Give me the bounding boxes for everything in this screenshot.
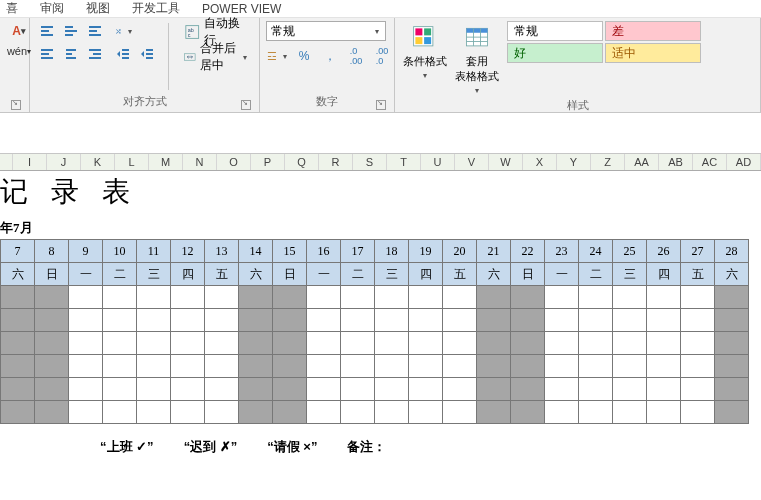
- attendance-cell[interactable]: [545, 286, 579, 309]
- increase-decimal-button[interactable]: .0.00: [344, 45, 368, 67]
- attendance-cell[interactable]: [307, 286, 341, 309]
- attendance-cell[interactable]: [307, 355, 341, 378]
- attendance-cell[interactable]: [273, 286, 307, 309]
- decrease-indent-button[interactable]: [112, 44, 134, 64]
- attendance-cell[interactable]: [715, 309, 749, 332]
- attendance-cell[interactable]: [375, 401, 409, 424]
- attendance-cell[interactable]: [205, 355, 239, 378]
- attendance-cell[interactable]: [579, 286, 613, 309]
- attendance-cell[interactable]: [35, 378, 69, 401]
- column-header[interactable]: R: [319, 154, 353, 170]
- attendance-cell[interactable]: [273, 401, 307, 424]
- attendance-cell[interactable]: [443, 286, 477, 309]
- attendance-cell[interactable]: [613, 286, 647, 309]
- font-color-button[interactable]: A▾: [6, 21, 32, 41]
- attendance-cell[interactable]: [681, 309, 715, 332]
- attendance-cell[interactable]: [443, 309, 477, 332]
- column-header[interactable]: V: [455, 154, 489, 170]
- attendance-cell[interactable]: [511, 309, 545, 332]
- column-header[interactable]: Z: [591, 154, 625, 170]
- attendance-cell[interactable]: [307, 332, 341, 355]
- attendance-cell[interactable]: [103, 355, 137, 378]
- attendance-cell[interactable]: [307, 401, 341, 424]
- attendance-cell[interactable]: [613, 309, 647, 332]
- worksheet[interactable]: 记 录 表 年7月 789101112131415161718192021222…: [0, 171, 761, 456]
- attendance-cell[interactable]: [103, 309, 137, 332]
- attendance-cell[interactable]: [35, 355, 69, 378]
- attendance-cell[interactable]: [341, 401, 375, 424]
- attendance-cell[interactable]: [1, 332, 35, 355]
- column-header[interactable]: Y: [557, 154, 591, 170]
- dialog-launcher[interactable]: [241, 100, 251, 110]
- column-header[interactable]: L: [115, 154, 149, 170]
- attendance-cell[interactable]: [579, 332, 613, 355]
- attendance-cell[interactable]: [137, 286, 171, 309]
- align-top-button[interactable]: [36, 21, 58, 41]
- attendance-cell[interactable]: [205, 378, 239, 401]
- dialog-launcher[interactable]: [376, 100, 386, 110]
- attendance-cell[interactable]: [1, 401, 35, 424]
- attendance-cell[interactable]: [341, 332, 375, 355]
- attendance-cell[interactable]: [477, 332, 511, 355]
- attendance-cell[interactable]: [137, 378, 171, 401]
- attendance-cell[interactable]: [103, 378, 137, 401]
- attendance-cell[interactable]: [137, 401, 171, 424]
- column-header[interactable]: I: [13, 154, 47, 170]
- attendance-cell[interactable]: [341, 378, 375, 401]
- attendance-cell[interactable]: [205, 286, 239, 309]
- attendance-cell[interactable]: [307, 309, 341, 332]
- attendance-cell[interactable]: [375, 378, 409, 401]
- column-header[interactable]: T: [387, 154, 421, 170]
- attendance-cell[interactable]: [477, 286, 511, 309]
- align-right-button[interactable]: [84, 44, 106, 64]
- attendance-cell[interactable]: [477, 401, 511, 424]
- attendance-cell[interactable]: [35, 401, 69, 424]
- attendance-cell[interactable]: [171, 378, 205, 401]
- attendance-cell[interactable]: [1, 286, 35, 309]
- attendance-cell[interactable]: [511, 378, 545, 401]
- attendance-cell[interactable]: [511, 332, 545, 355]
- attendance-cell[interactable]: [613, 401, 647, 424]
- accounting-format-button[interactable]: ☲▾: [266, 45, 290, 67]
- attendance-cell[interactable]: [375, 286, 409, 309]
- attendance-cell[interactable]: [69, 309, 103, 332]
- attendance-cell[interactable]: [409, 355, 443, 378]
- dialog-launcher[interactable]: [11, 100, 21, 110]
- attendance-cell[interactable]: [613, 378, 647, 401]
- attendance-cell[interactable]: [171, 309, 205, 332]
- attendance-cell[interactable]: [409, 286, 443, 309]
- column-header[interactable]: S: [353, 154, 387, 170]
- attendance-cell[interactable]: [545, 355, 579, 378]
- cell-style-good[interactable]: 好: [507, 43, 603, 63]
- attendance-cell[interactable]: [205, 309, 239, 332]
- format-as-table-button[interactable]: 套用 表格格式▾: [453, 21, 501, 96]
- column-header[interactable]: M: [149, 154, 183, 170]
- attendance-cell[interactable]: [171, 286, 205, 309]
- attendance-cell[interactable]: [239, 286, 273, 309]
- attendance-cell[interactable]: [545, 378, 579, 401]
- align-middle-button[interactable]: [60, 21, 82, 41]
- attendance-cell[interactable]: [443, 355, 477, 378]
- attendance-cell[interactable]: [579, 309, 613, 332]
- attendance-cell[interactable]: [69, 378, 103, 401]
- attendance-cell[interactable]: [341, 286, 375, 309]
- attendance-cell[interactable]: [443, 332, 477, 355]
- column-header[interactable]: N: [183, 154, 217, 170]
- column-header[interactable]: AB: [659, 154, 693, 170]
- attendance-cell[interactable]: [137, 332, 171, 355]
- align-center-button[interactable]: [60, 44, 82, 64]
- attendance-cell[interactable]: [647, 401, 681, 424]
- column-header[interactable]: AC: [693, 154, 727, 170]
- attendance-cell[interactable]: [171, 401, 205, 424]
- attendance-cell[interactable]: [273, 309, 307, 332]
- attendance-cell[interactable]: [647, 332, 681, 355]
- attendance-cell[interactable]: [239, 309, 273, 332]
- attendance-cell[interactable]: [69, 355, 103, 378]
- column-header[interactable]: O: [217, 154, 251, 170]
- attendance-cell[interactable]: [579, 355, 613, 378]
- attendance-cell[interactable]: [171, 355, 205, 378]
- attendance-cell[interactable]: [715, 286, 749, 309]
- attendance-cell[interactable]: [273, 332, 307, 355]
- column-header[interactable]: J: [47, 154, 81, 170]
- decrease-decimal-button[interactable]: .00.0: [370, 45, 394, 67]
